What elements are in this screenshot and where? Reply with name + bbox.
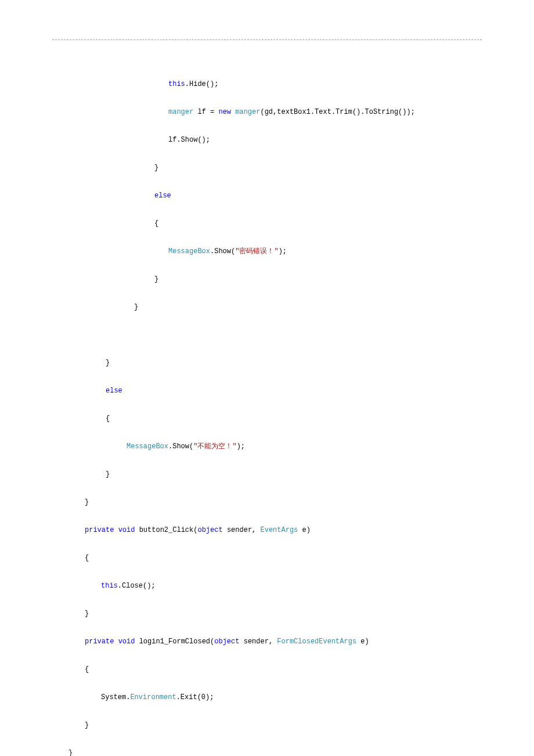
code-line: this.Close(); [52, 579, 482, 593]
code-line: { [52, 551, 482, 565]
code-block-1: this.Hide(); manger lf = new manger(gd,t… [52, 63, 482, 756]
code-line: } [52, 356, 482, 370]
code-line: { [52, 217, 482, 231]
code-line: else [52, 384, 482, 398]
code-line: } [52, 161, 482, 175]
code-line: manger lf = new manger(gd,textBox1.Text.… [52, 105, 482, 119]
code-line: System.Environment.Exit(0); [52, 690, 482, 704]
code-line [52, 328, 482, 342]
code-line: } [52, 300, 482, 314]
code-line: } [52, 467, 482, 481]
header-rule [52, 39, 482, 40]
document-page: this.Hide(); manger lf = new manger(gd,t… [0, 0, 534, 756]
code-line: { [52, 412, 482, 426]
code-line: MessageBox.Show("不能为空！"); [52, 440, 482, 453]
code-line: else [52, 189, 482, 203]
code-line: lf.Show(); [52, 133, 482, 147]
code-line: MessageBox.Show("密码错误！"); [52, 244, 482, 258]
code-line: private void login1_FormClosed(object se… [52, 635, 482, 649]
code-line: } [52, 746, 482, 756]
code-line: } [52, 718, 482, 732]
code-line: private void button2_Click(object sender… [52, 523, 482, 537]
code-line: { [52, 663, 482, 676]
code-line: } [52, 272, 482, 286]
code-line: } [52, 495, 482, 509]
code-line: this.Hide(); [52, 77, 482, 91]
code-line: } [52, 607, 482, 621]
